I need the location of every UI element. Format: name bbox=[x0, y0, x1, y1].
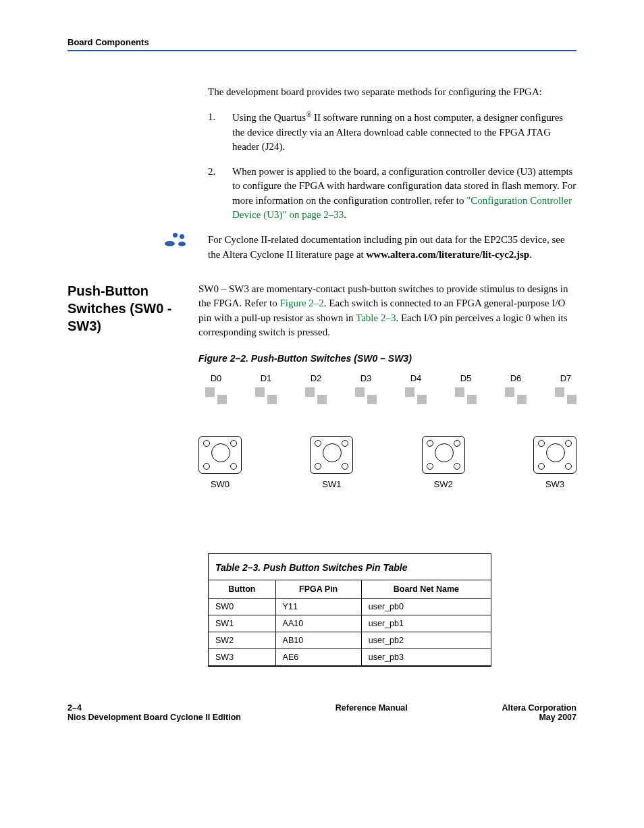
list-number: 2. bbox=[208, 165, 232, 222]
switch-label: SW3 bbox=[545, 479, 564, 489]
footer-page-number: 2–4 bbox=[68, 703, 241, 713]
footprint-icon bbox=[158, 233, 194, 252]
col-net-name: Board Net Name bbox=[361, 580, 491, 599]
cell-pin: AB10 bbox=[275, 632, 361, 649]
figure-caption: Figure 2–2. Push-Button Switches (SW0 – … bbox=[198, 353, 576, 364]
table-caption: Table 2–3. Push Button Switches Pin Tabl… bbox=[208, 554, 491, 580]
led-d2: D2 bbox=[305, 373, 327, 409]
info-note-row: For Cyclone II-related documentation inc… bbox=[68, 233, 576, 262]
table-row: SW3 AE6 user_pb3 bbox=[209, 649, 491, 666]
led-icon bbox=[405, 387, 427, 409]
led-d6: D6 bbox=[505, 373, 527, 409]
intro-block: The development board provides two separ… bbox=[208, 85, 576, 222]
list-text: When power is applied to the board, a co… bbox=[232, 165, 576, 222]
table-row: SW0 Y11 user_pb0 bbox=[209, 599, 491, 615]
section-paragraph: SW0 – SW3 are momentary-contact push-but… bbox=[198, 282, 576, 339]
pushbutton-icon bbox=[310, 436, 353, 474]
table-row: SW1 AA10 user_pb1 bbox=[209, 615, 491, 632]
pushbutton-icon bbox=[422, 436, 465, 474]
cell-net: user_pb3 bbox=[361, 649, 491, 666]
switch-sw2: SW2 bbox=[422, 436, 465, 489]
col-button: Button bbox=[209, 580, 276, 599]
config-method-1: 1. Using the Quartus® II software runnin… bbox=[208, 110, 576, 154]
footer-date: May 2007 bbox=[502, 713, 576, 722]
header-section-title: Board Components bbox=[68, 37, 576, 47]
switch-sw1: SW1 bbox=[310, 436, 353, 489]
pushbutton-icon bbox=[198, 436, 242, 474]
cell-button: SW3 bbox=[209, 649, 276, 666]
cell-net: user_pb0 bbox=[361, 599, 491, 615]
pushbutton-icon bbox=[533, 436, 576, 474]
led-d4: D4 bbox=[405, 373, 427, 409]
led-d3: D3 bbox=[355, 373, 377, 409]
cell-button: SW2 bbox=[209, 632, 276, 649]
config-method-2: 2. When power is applied to the board, a… bbox=[208, 165, 576, 222]
note-end: . bbox=[529, 249, 532, 260]
table-header-row: Button FPGA Pin Board Net Name bbox=[209, 580, 491, 599]
footer-company: Altera Corporation bbox=[502, 703, 576, 713]
led-icon bbox=[455, 387, 477, 409]
led-d1: D1 bbox=[255, 373, 277, 409]
figure-area: D0 D1 D2 D3 D4 D5 D6 D7 SW0 SW1 bbox=[198, 373, 576, 516]
switch-row: SW0 SW1 SW2 SW3 bbox=[198, 436, 576, 489]
led-icon bbox=[505, 387, 527, 409]
led-d0: D0 bbox=[205, 373, 227, 409]
text-post: . bbox=[344, 209, 346, 220]
config-methods-list: 1. Using the Quartus® II software runnin… bbox=[208, 110, 576, 222]
cell-pin: AA10 bbox=[275, 615, 361, 632]
page-header: Board Components bbox=[68, 37, 576, 51]
switch-label: SW2 bbox=[434, 479, 453, 489]
led-icon bbox=[305, 387, 327, 409]
switch-label: SW1 bbox=[322, 479, 341, 489]
led-label: D2 bbox=[311, 373, 322, 383]
footer-manual-label: Reference Manual bbox=[241, 703, 502, 713]
switch-sw0: SW0 bbox=[198, 436, 242, 489]
footer-doc-title: Nios Development Board Cyclone II Editio… bbox=[68, 713, 241, 722]
led-icon bbox=[555, 387, 576, 409]
pin-table-wrapper: Table 2–3. Push Button Switches Pin Tabl… bbox=[208, 553, 491, 667]
cell-pin: AE6 bbox=[275, 649, 361, 666]
intro-lead: The development board provides two separ… bbox=[208, 85, 576, 99]
info-note-text: For Cyclone II-related documentation inc… bbox=[208, 233, 576, 262]
led-label: D5 bbox=[460, 373, 472, 383]
led-label: D1 bbox=[261, 373, 272, 383]
switch-sw3: SW3 bbox=[533, 436, 576, 489]
cell-net: user_pb2 bbox=[361, 632, 491, 649]
led-label: D0 bbox=[211, 373, 222, 383]
page-footer: 2–4 Nios Development Board Cyclone II Ed… bbox=[68, 703, 576, 722]
table-row: SW2 AB10 user_pb2 bbox=[209, 632, 491, 649]
led-row: D0 D1 D2 D3 D4 D5 D6 D7 bbox=[205, 373, 576, 409]
cell-button: SW1 bbox=[209, 615, 276, 632]
footer-left: 2–4 Nios Development Board Cyclone II Ed… bbox=[68, 703, 241, 722]
cell-net: user_pb1 bbox=[361, 615, 491, 632]
registered-mark: ® bbox=[306, 111, 311, 118]
section-body: SW0 – SW3 are momentary-contact push-but… bbox=[198, 282, 576, 516]
led-icon bbox=[205, 387, 227, 409]
pushbutton-section: Push-Button Switches (SW0 - SW3) SW0 – S… bbox=[68, 282, 576, 516]
led-icon bbox=[255, 387, 277, 409]
note-url: www.altera.com/literature/lit-cyc2.jsp bbox=[366, 249, 529, 260]
cell-button: SW0 bbox=[209, 599, 276, 615]
led-label: D7 bbox=[560, 373, 572, 383]
led-label: D4 bbox=[410, 373, 422, 383]
table-xref[interactable]: Table 2–3 bbox=[356, 312, 396, 323]
col-fpga-pin: FPGA Pin bbox=[275, 580, 361, 599]
pin-table: Button FPGA Pin Board Net Name SW0 Y11 u… bbox=[208, 580, 491, 666]
led-d7: D7 bbox=[555, 373, 576, 409]
led-label: D6 bbox=[510, 373, 522, 383]
led-d5: D5 bbox=[455, 373, 477, 409]
switch-label: SW0 bbox=[211, 479, 230, 489]
led-icon bbox=[355, 387, 377, 409]
info-icon-cell bbox=[68, 233, 208, 252]
led-label: D3 bbox=[360, 373, 372, 383]
section-heading: Push-Button Switches (SW0 - SW3) bbox=[68, 282, 198, 516]
header-rule bbox=[68, 50, 576, 51]
list-number: 1. bbox=[208, 110, 232, 154]
footer-right: Altera Corporation May 2007 bbox=[502, 703, 576, 722]
figure-xref[interactable]: Figure 2–2 bbox=[279, 298, 323, 308]
list-text: Using the Quartus® II software running o… bbox=[232, 110, 576, 154]
text-pre: Using the Quartus bbox=[232, 112, 306, 123]
footer-center: Reference Manual bbox=[241, 703, 502, 722]
cell-pin: Y11 bbox=[275, 599, 361, 615]
